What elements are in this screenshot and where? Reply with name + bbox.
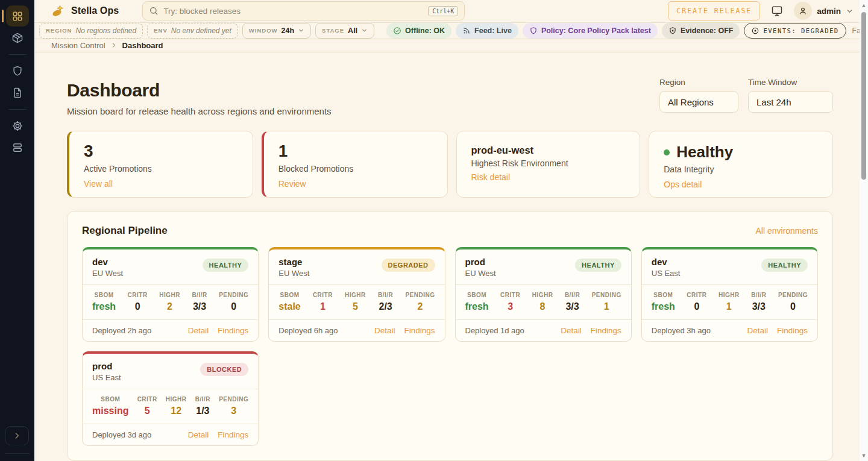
risk-detail-link[interactable]: Risk detail [471,172,511,182]
stat-col-label: CRITR [313,292,333,298]
sidebar-item-dashboard[interactable] [6,5,29,27]
sidebar-item-releases[interactable] [6,27,29,48]
chip-value: No regions defined [75,27,136,35]
stat-col-label: B/I/R [195,396,210,403]
sidebar-item-policy[interactable] [6,60,29,81]
detail-link[interactable]: Detail [188,326,209,335]
create-release-button[interactable]: CREATE RELEASE [668,1,760,20]
panel-title: Regional Pipeline [82,225,168,237]
sbom-value: missing [92,406,128,416]
document-icon [11,87,24,99]
context-bar: REGION No regions defined ENV No env def… [34,23,868,39]
view-all-link[interactable]: View all [84,179,113,189]
deployed-label: Deployed 6h ago [278,326,338,335]
stat-col-label: PENDING [219,292,248,298]
env-name: prod [92,361,121,371]
stat-col-label: HIGHR [166,396,187,403]
window-filter-chip[interactable]: WINDOW 24h [242,23,311,39]
highr-value: 1 [719,301,740,312]
blocked-promotions-card: 1 Blocked Promotions Review [262,131,448,198]
deployed-label: Deployed 1d ago [465,326,524,335]
env-card-prod-eu-west: prod EU West HEALTHY SBOMfresh CRITR3 HI… [455,247,632,342]
breadcrumb-mission-control[interactable]: Mission Control [51,41,105,50]
region-select[interactable]: All Regions [659,91,738,113]
critr-value: 5 [137,406,157,416]
feed-status-pill[interactable]: Feed: Live [456,23,518,39]
env-region: US East [92,373,121,382]
time-window-filter-label: Time Window [748,78,833,87]
main-area: Stella Ops Ctrl+K CREATE RELEASE admin [34,0,868,461]
active-promotions-card: 3 Active Promotions View all [67,131,253,198]
scroll-up-arrow[interactable]: ▲ [860,1,868,10]
chip-label: REGION [46,27,72,34]
env-card-prod-us-east: prod US East BLOCKED SBOMmissing CRITR5 … [82,351,259,446]
check-circle-icon [393,27,401,35]
policy-status-pill[interactable]: Policy: Core Policy Pack latest [523,23,658,39]
review-link[interactable]: Review [278,179,306,189]
stat-label: Blocked Promotions [278,164,433,174]
evidence-status-pill[interactable]: Evidence: OFF [662,23,740,39]
env-filter-chip[interactable]: ENV No env defined yet [147,23,238,39]
critr-value: 0 [687,301,706,312]
findings-link[interactable]: Findings [777,326,808,335]
stat-label: Highest Risk Environment [471,158,626,168]
search-input[interactable] [163,7,423,16]
findings-link[interactable]: Findings [218,326,248,335]
top-bar: Stella Ops Ctrl+K CREATE RELEASE admin [34,0,868,23]
sidebar-item-settings[interactable] [6,115,29,136]
env-region: EU West [465,269,496,278]
scroll-down-arrow[interactable]: ▼ [860,451,868,460]
stat-col-label: B/I/R [751,292,766,298]
detail-link[interactable]: Detail [188,430,209,439]
detail-link[interactable]: Detail [747,326,768,335]
regional-pipeline-panel: Regional Pipeline All environments dev E… [67,211,833,461]
stat-col-label: PENDING [592,292,621,298]
env-region: US East [652,269,681,278]
sidebar-expand-button[interactable] [5,426,29,445]
env-card-stage-eu-west: stage EU West DEGRADED SBOMstale CRITR1 … [268,247,445,342]
detail-link[interactable]: Detail [374,326,395,335]
stat-col-label: SBOM [652,292,675,298]
sidebar-item-infrastructure[interactable] [6,137,29,158]
brand-name: Stella Ops [71,5,119,16]
stat-value: 1 [278,142,433,161]
user-menu[interactable]: admin [794,2,854,20]
events-status-pill[interactable]: EVENTS: DEGRADED [744,23,846,39]
pill-label: EVENTS: DEGRADED [763,27,838,34]
time-window-select[interactable]: Last 24h [748,91,833,113]
all-environments-link[interactable]: All environments [756,226,819,236]
chevron-right-icon [12,431,22,441]
global-search[interactable]: Ctrl+K [142,1,465,20]
detail-link[interactable]: Detail [561,326,582,335]
sidebar-item-documents[interactable] [6,82,29,103]
critr-value: 1 [313,301,333,312]
findings-link[interactable]: Findings [218,430,248,439]
sbom-value: stale [278,301,300,312]
findings-link[interactable]: Findings [404,326,435,335]
brand: Stella Ops [51,4,119,18]
env-card-dev-us-east: dev US East HEALTHY SBOMfresh CRITR0 HIG… [641,247,818,342]
display-mode-button[interactable] [771,5,783,17]
deployed-label: Deployed 3h ago [652,326,711,335]
env-name: stage [278,257,309,267]
findings-link[interactable]: Findings [591,326,621,335]
critr-value: 3 [500,301,520,312]
grid-icon [11,10,24,22]
vertical-scrollbar[interactable]: ▲ ▼ [860,0,868,461]
avatar [794,2,812,20]
stat-col-label: CRITR [128,292,148,298]
ops-detail-link[interactable]: Ops detail [664,180,702,189]
env-name: prod [465,257,496,267]
offline-status-pill[interactable]: Offline: OK [386,23,451,39]
env-region: EU West [92,269,123,278]
env-card-dev-eu-west: dev EU West HEALTHY SBOMfresh CRITR0 HIG… [82,247,259,342]
scrollbar-thumb[interactable] [861,12,866,180]
stage-filter-chip[interactable]: STAGE All [315,23,374,39]
region-filter-chip[interactable]: REGION No regions defined [39,23,143,39]
stat-col-label: B/I/R [378,292,393,298]
stat-card-row: 3 Active Promotions View all 1 Blocked P… [67,131,833,198]
circle-dot-icon [751,27,760,35]
rss-icon [462,27,471,35]
stat-col-label: CRITR [137,396,157,403]
health-dot [664,149,670,155]
